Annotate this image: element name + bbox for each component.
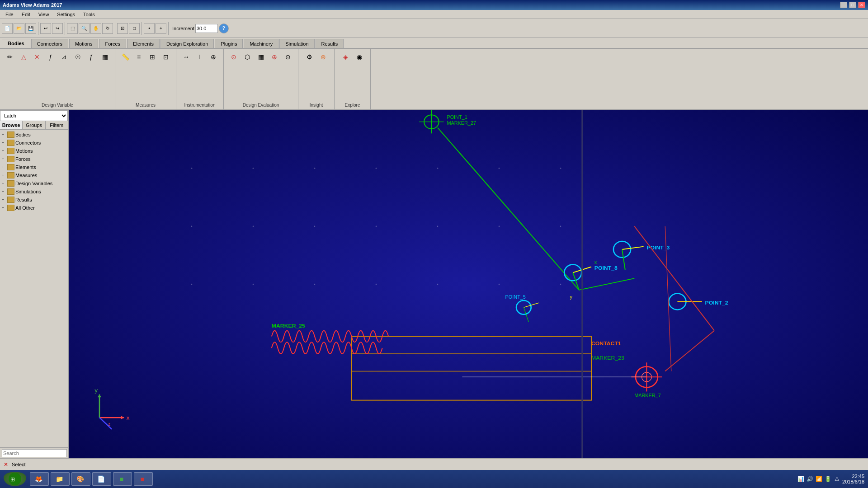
toolbar-new[interactable]: 📄: [2, 23, 13, 34]
search-bar: [0, 447, 68, 458]
explore-icon-1[interactable]: ◈: [340, 51, 352, 63]
svg-point-20: [499, 284, 500, 285]
tree-item-elements[interactable]: + Elements: [0, 163, 68, 171]
dv-icon-4[interactable]: ƒ: [44, 51, 57, 63]
svg-text:MARKER_25: MARKER_25: [272, 323, 305, 329]
window-controls[interactable]: _ □ ✕: [840, 2, 865, 8]
tree-item-measures[interactable]: + Measures: [0, 171, 68, 179]
tab-motions[interactable]: Motions: [69, 39, 99, 48]
toolbar-rotate[interactable]: ↻: [102, 23, 113, 34]
insight-icon-1[interactable]: ⚙: [303, 51, 316, 63]
menu-view[interactable]: View: [35, 11, 53, 18]
tab-forces[interactable]: Forces: [99, 39, 126, 48]
start-button[interactable]: ⊞: [4, 472, 26, 486]
taskbar-app3[interactable]: ■: [134, 472, 153, 486]
svg-point-10: [314, 225, 316, 227]
model-select[interactable]: Latch: [0, 110, 68, 121]
tab-plugins[interactable]: Plugins: [215, 39, 243, 48]
measures-icon-1[interactable]: 📏: [119, 51, 132, 63]
maximize-button[interactable]: □: [849, 2, 856, 8]
help-button[interactable]: ?: [219, 23, 229, 33]
clock: 22:45 2018/6/18: [842, 474, 864, 484]
sep3: [115, 22, 115, 35]
status-icon: ✕: [4, 461, 8, 468]
toolbar-pan[interactable]: ✋: [90, 23, 101, 34]
taskbar-firefox[interactable]: 🦊: [30, 472, 49, 486]
tab-bodies[interactable]: Bodies: [2, 39, 30, 48]
measures-icon-3[interactable]: ⊞: [146, 51, 159, 63]
close-button[interactable]: ✕: [858, 2, 865, 8]
dv-icon-3[interactable]: ✕: [31, 51, 43, 63]
tab-simulation[interactable]: Simulation: [279, 39, 314, 48]
browse-tab-groups[interactable]: Groups: [23, 121, 45, 129]
instrumentation-panel: ↔ ⊥ ⊕ Instrumentation: [176, 49, 224, 109]
tree-item-forces[interactable]: + Forces: [0, 155, 68, 163]
toolbar-undo[interactable]: ↩: [40, 23, 51, 34]
de-icon-1[interactable]: ⊙: [227, 51, 240, 63]
toolbar-select[interactable]: ⬚: [67, 23, 78, 34]
browse-tab-browse[interactable]: Browse: [0, 121, 23, 129]
taskbar-app1[interactable]: 🎨: [71, 472, 90, 486]
dv-icon-6[interactable]: ☉: [71, 51, 84, 63]
tree-item-connectors[interactable]: + Connectors: [0, 139, 68, 147]
browse-tab-filters[interactable]: Filters: [46, 121, 68, 129]
dv-icon-1[interactable]: ✏: [4, 51, 16, 63]
tab-results[interactable]: Results: [316, 39, 344, 48]
svg-point-11: [376, 225, 377, 227]
measures-icon-4[interactable]: ⊡: [160, 51, 172, 63]
insight-panel: ⚙ ⊛ Insight: [298, 49, 335, 109]
svg-point-21: [560, 284, 561, 285]
measures-label: Measures: [136, 103, 156, 108]
dv-icon-2[interactable]: △: [17, 51, 30, 63]
inst-icon-1[interactable]: ↔: [180, 51, 193, 63]
menu-tools[interactable]: Tools: [80, 11, 99, 18]
svg-point-3: [314, 168, 316, 169]
menubar: File Edit View Settings Tools: [0, 10, 868, 19]
toolbar-redo[interactable]: ↪: [52, 23, 63, 34]
toolbar-point[interactable]: •: [144, 23, 155, 34]
tree-item-motions[interactable]: + Motions: [0, 147, 68, 155]
taskbar-files[interactable]: 📁: [51, 472, 70, 486]
inst-icon-2[interactable]: ⊥: [193, 51, 206, 63]
dv-icon-7[interactable]: ƒ: [85, 51, 98, 63]
taskbar-pdf[interactable]: 📄: [92, 472, 111, 486]
app2-icon: ■: [117, 474, 126, 483]
de-icon-5[interactable]: ⊙: [282, 51, 294, 63]
menu-settings[interactable]: Settings: [53, 11, 79, 18]
menu-edit[interactable]: Edit: [18, 11, 34, 18]
inst-icon-3[interactable]: ⊕: [207, 51, 220, 63]
firefox-icon: 🦊: [34, 474, 43, 483]
tab-elements[interactable]: Elements: [127, 39, 160, 48]
toolbar-wireframe[interactable]: □: [129, 23, 140, 34]
svg-point-17: [314, 284, 316, 285]
sep4: [142, 22, 142, 35]
toolbar-fitall[interactable]: ⊡: [117, 23, 128, 34]
tree-item-results[interactable]: + Results: [0, 196, 68, 204]
search-input[interactable]: [2, 449, 67, 457]
increment-input[interactable]: [195, 24, 218, 33]
de-icon-2[interactable]: ⬡: [241, 51, 254, 63]
viewport[interactable]: Latch: [69, 110, 868, 458]
taskbar-app2[interactable]: ■: [113, 472, 132, 486]
svg-text:⊞: ⊞: [10, 476, 15, 483]
explore-icon-2[interactable]: ◉: [353, 51, 366, 63]
toolbar-zoom[interactable]: 🔍: [79, 23, 90, 34]
toolbar-marker[interactable]: +: [156, 23, 166, 34]
tree-item-simulations[interactable]: + Simulations: [0, 188, 68, 196]
tree-item-design-variables[interactable]: + Design Variables: [0, 179, 68, 188]
tree-item-bodies[interactable]: + Bodies: [0, 131, 68, 139]
de-icon-4[interactable]: ⊕: [268, 51, 281, 63]
menu-file[interactable]: File: [2, 11, 17, 18]
toolbar-save[interactable]: 💾: [25, 23, 36, 34]
minimize-button[interactable]: _: [840, 2, 847, 8]
dv-icon-5[interactable]: ⊿: [58, 51, 71, 63]
dv-icon-8[interactable]: ▦: [99, 51, 111, 63]
measures-icon-2[interactable]: ≡: [132, 51, 145, 63]
tab-machinery[interactable]: Machinery: [244, 39, 278, 48]
tree-item-all-other[interactable]: + All Other: [0, 204, 68, 212]
tab-design-exploration[interactable]: Design Exploration: [160, 39, 214, 48]
insight-icon-2[interactable]: ⊛: [317, 51, 330, 63]
toolbar-open[interactable]: 📂: [14, 23, 24, 34]
de-icon-3[interactable]: ▦: [255, 51, 267, 63]
tab-connectors[interactable]: Connectors: [31, 39, 68, 48]
